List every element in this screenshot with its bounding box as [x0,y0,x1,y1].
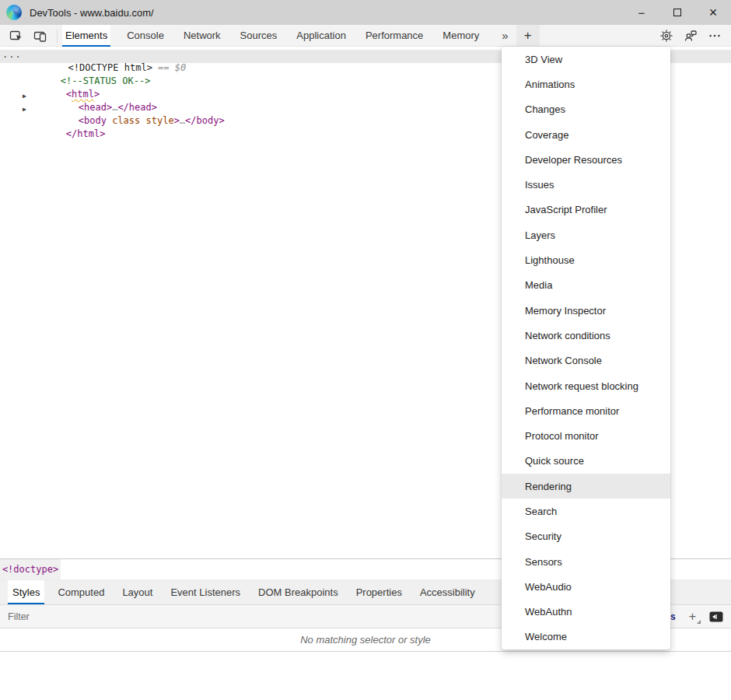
minimize-button[interactable]: − [624,0,659,25]
code-segment: == [152,62,175,73]
main-tab[interactable]: Application [293,25,349,47]
maximize-icon [673,9,681,16]
menu-item[interactable]: Animations [502,72,670,96]
menu-item[interactable]: Lighthouse [502,247,670,272]
empty-message: No matching selector or style [300,634,431,646]
titlebar: DevTools - www.baidu.com/ − × [0,0,731,25]
code-segment: > [174,115,180,126]
menu-item[interactable]: Performance monitor [502,398,670,423]
menu-item[interactable]: Changes [502,97,670,122]
menu-item[interactable]: Network request blocking [502,373,670,398]
close-button[interactable]: × [695,0,731,25]
code-segment: </body> [185,115,225,126]
toolbar-right-icons [659,29,722,43]
menu-item[interactable]: Rendering [502,474,670,499]
main-tab[interactable]: Sources [237,25,281,47]
styles-tab[interactable]: Accessibility [415,580,480,604]
styles-tab[interactable]: DOM Breakpoints [254,580,343,604]
code-segment: … [180,115,185,126]
menu-item[interactable]: JavaScript Profiler [502,198,670,222]
more-tabs-chevron-icon[interactable]: » [498,29,511,42]
expander-icon[interactable]: ▶ [23,93,33,100]
menu-item[interactable]: Quick source [502,449,670,474]
code-segment: </html> [66,128,106,139]
menu-item[interactable]: Welcome [502,625,670,649]
styles-tab[interactable]: Properties [352,580,407,604]
menu-item[interactable]: WebAuthn [502,600,670,625]
menu-item[interactable]: WebAudio [502,574,670,599]
menu-item[interactable]: Security [502,524,670,549]
main-tab[interactable]: Network [180,25,224,47]
menu-item[interactable]: Network conditions [502,323,670,348]
styles-tab[interactable]: Computed [53,580,109,604]
filter-bar-actions: s + [670,610,723,624]
menu-item[interactable]: Network Console [502,348,670,373]
menu-item[interactable]: Coverage [502,122,670,147]
code-segment: $0 [175,62,186,73]
more-options-icon[interactable] [708,29,722,43]
menu-item[interactable]: Layers [502,222,670,247]
styles-tab[interactable]: Layout [117,580,157,604]
menu-item[interactable]: Media [502,273,670,298]
toggle-sidebar-icon[interactable] [709,611,723,622]
menu-item[interactable]: Protocol monitor [502,423,670,448]
settings-gear-icon[interactable] [659,29,673,43]
inspect-element-icon[interactable] [9,29,23,43]
menu-item[interactable]: Developer Resources [502,147,670,172]
devtools-window: DevTools - www.baidu.com/ − × ElementsCo… [0,0,731,700]
styles-tab[interactable]: Styles [8,580,44,604]
menu-item[interactable]: Sensors [502,549,670,574]
styles-tab[interactable]: Event Listeners [166,580,245,604]
new-style-rule-button[interactable]: + [687,610,698,624]
window-title: DevTools - www.baidu.com/ [30,7,154,19]
main-tab[interactable]: Performance [362,25,426,47]
menu-item[interactable]: Memory Inspector [502,298,670,323]
add-tools-button[interactable]: + [516,25,540,46]
maximize-button[interactable] [659,0,695,25]
menu-item[interactable]: Search [502,499,670,523]
filter-input[interactable] [0,611,327,622]
code-segment: class style [107,115,174,126]
window-controls: − × [624,0,731,25]
send-feedback-icon[interactable] [684,29,698,43]
more-tools-menu: 3D ViewAnimationsChangesCoverageDevelope… [502,47,670,649]
cls-button-fragment[interactable]: s [670,611,676,622]
menu-item[interactable]: 3D View [502,47,670,72]
edge-logo-icon [6,5,22,20]
code-line: </html> [21,107,105,139]
breadcrumb-doctype[interactable]: <!doctype> [0,559,61,579]
main-tab[interactable]: Memory [439,25,482,47]
menu-item[interactable]: Issues [502,172,670,197]
